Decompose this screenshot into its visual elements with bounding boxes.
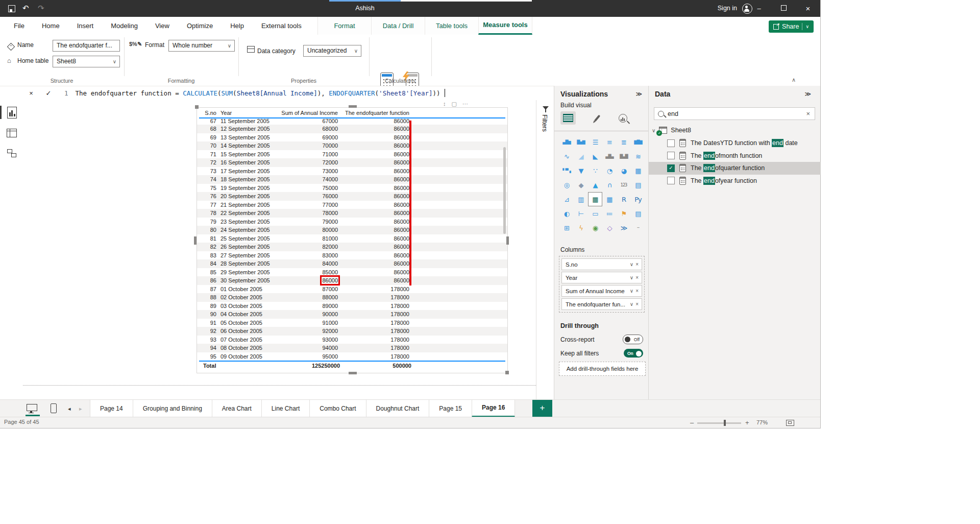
checkbox[interactable] (667, 152, 675, 159)
analytics-tab[interactable] (619, 114, 627, 123)
collapse-pane-icon[interactable]: ≫ (804, 90, 811, 98)
data-category-select[interactable]: Uncategorized∨ (303, 45, 361, 57)
data-field-item[interactable]: The endofmonth function (649, 150, 821, 162)
table-row[interactable]: 8226 September 20058200086000 (197, 243, 507, 251)
decomposition-tree-icon[interactable]: ⊢ (574, 206, 588, 221)
keep-all-filters-toggle[interactable]: On (624, 349, 643, 358)
card-icon[interactable]: 123 (617, 178, 631, 192)
table-row[interactable]: 8428 September 20058400086000 (197, 259, 507, 268)
filters-pane-collapsed[interactable]: Filters (536, 100, 554, 399)
minimize-button[interactable]: – (747, 0, 771, 17)
smart-narrative-icon[interactable]: ≔ (602, 206, 617, 221)
quick-lightning-visual-icon[interactable]: ϟ (574, 221, 588, 235)
table-row[interactable]: 7216 September 20057200086000 (197, 158, 507, 167)
clustered-column-chart-icon[interactable]: █▅▇ (574, 135, 588, 149)
collapse-ribbon-chevron-icon[interactable]: ∧ (792, 77, 796, 83)
cancel-formula-button[interactable]: × (24, 86, 38, 101)
focus-mode-icon[interactable]: ▢ (452, 101, 457, 107)
treemap-icon[interactable]: ▦ (631, 163, 645, 178)
python-visual-icon[interactable]: Py (631, 192, 645, 206)
table-row[interactable]: 6812 September 20056800086000 (197, 125, 507, 133)
table-row[interactable]: 8802 October 200588000178000 (197, 293, 507, 302)
table-row[interactable]: 7014 September 20057000086000 (197, 141, 507, 150)
resize-handle-left[interactable] (194, 236, 197, 245)
resize-handle-right[interactable] (506, 236, 509, 245)
report-view-button[interactable] (5, 105, 19, 120)
zoom-slider[interactable] (697, 422, 741, 424)
ribbon-tab-help[interactable]: Help (222, 17, 253, 35)
table-row[interactable]: 9105 October 200591000178000 (197, 319, 507, 327)
zoom-slider-thumb[interactable] (724, 420, 726, 426)
table-row[interactable]: 8630 September 20058600086000 (197, 276, 507, 285)
home-table-select[interactable]: Sheet8∨ (53, 56, 120, 67)
collapse-pane-icon[interactable]: ≫ (635, 90, 642, 98)
table-visual[interactable]: S.noYearSum of Annual IncomeThe endofqua… (197, 107, 508, 373)
page-tab-line-chart[interactable]: Line Chart (261, 400, 309, 417)
table-row[interactable]: 7822 September 20057800086000 (197, 209, 507, 218)
format-visual-tab[interactable] (596, 114, 598, 122)
funnel-chart-icon[interactable]: ▼ (574, 163, 588, 178)
table-row[interactable]: 9206 October 200592000178000 (197, 327, 507, 336)
column-header[interactable]: Sum of Annual Income (277, 110, 338, 116)
mobile-view-icon[interactable] (51, 403, 57, 413)
table-row[interactable]: 8903 October 200589000178000 (197, 302, 507, 311)
column-header[interactable]: The endofquarter function (338, 110, 409, 116)
goals-icon[interactable]: ⚑ (617, 206, 631, 221)
page-tab-page-14[interactable]: Page 14 (90, 400, 133, 417)
pie-chart-icon[interactable]: ◔ (602, 163, 617, 178)
line-chart-icon[interactable]: ∿ (559, 149, 574, 163)
zoom-out-button[interactable]: – (690, 419, 694, 426)
ribbon-tab-home[interactable]: Home (33, 17, 68, 35)
power-automate-icon[interactable]: ≫ (617, 221, 631, 235)
share-chevron-down-icon[interactable]: ∨ (805, 24, 809, 29)
model-view-button[interactable] (5, 146, 19, 160)
page-tab-area-chart[interactable]: Area Chart (212, 400, 261, 417)
power-apps-icon[interactable]: ◇ (602, 221, 617, 235)
hundred-stacked-bar-chart-icon[interactable]: ≣ (617, 135, 631, 149)
field-well[interactable]: S.no∨× (561, 258, 642, 270)
filled-map-icon[interactable]: ◆ (574, 178, 588, 192)
table-row[interactable]: 9004 October 200590000178000 (197, 310, 507, 319)
desktop-view-icon[interactable] (27, 404, 37, 411)
stacked-area-chart-icon[interactable]: ◣ (588, 149, 602, 163)
data-field-item[interactable]: The DatesYTD function with end date (649, 137, 821, 150)
line-and-stacked-column-chart-icon[interactable]: ▄█▄ (602, 149, 617, 163)
table-row[interactable]: 8024 September 20058000086000 (197, 226, 507, 234)
next-page-arrow-icon[interactable]: ▸ (79, 400, 82, 417)
table-row[interactable]: 7418 September 20057400086000 (197, 175, 507, 184)
table-row[interactable]: 7923 September 20057900086000 (197, 218, 507, 226)
maximize-button[interactable] (771, 0, 796, 17)
resize-handle-bottom-right[interactable] (505, 371, 509, 374)
format-select[interactable]: Whole number∨ (168, 40, 235, 52)
table-view-button[interactable] (5, 126, 19, 140)
page-tab-page-16[interactable]: Page 16 (472, 400, 515, 417)
table-row[interactable]: 6913 September 20056900086000 (197, 133, 507, 142)
ribbon-tab-measure-tools[interactable]: Measure tools (478, 17, 532, 35)
table-row[interactable]: 7519 September 20057500086000 (197, 184, 507, 193)
table-row[interactable]: 8327 September 20058300086000 (197, 251, 507, 260)
resize-handle-top-left[interactable] (195, 105, 199, 109)
checkbox[interactable] (667, 139, 675, 147)
matrix-icon[interactable]: ▦ (602, 192, 617, 206)
hundred-stacked-column-chart-icon[interactable]: ▇█▇ (631, 135, 645, 149)
fit-to-page-icon[interactable] (786, 420, 794, 426)
line-and-clustered-column-chart-icon[interactable]: █▄█ (617, 149, 631, 163)
share-button[interactable]: ↗ Share ∨ (769, 20, 814, 33)
stacked-bar-chart-icon[interactable]: ▄█▆ (559, 135, 574, 149)
close-button[interactable]: × (796, 0, 820, 17)
column-header[interactable]: Year (216, 110, 277, 116)
table-tree-node[interactable]: ∨ Sheet8 (652, 127, 691, 134)
azure-map-icon[interactable]: ▲ (588, 178, 602, 192)
checkbox[interactable] (667, 177, 675, 184)
field-well[interactable]: Year∨× (561, 272, 642, 283)
checkbox[interactable]: ✓ (667, 164, 675, 172)
page-tab-combo-chart[interactable]: Combo Chart (309, 400, 365, 417)
build-visual-tab[interactable] (560, 111, 576, 125)
donut-chart-icon[interactable]: ◕ (617, 163, 631, 178)
kpi-icon[interactable]: ⊿ (559, 192, 574, 206)
search-input[interactable]: end (668, 110, 806, 117)
new-page-button[interactable]: + (532, 400, 552, 417)
more-options-icon[interactable]: ⋯ (462, 101, 468, 107)
waterfall-chart-icon[interactable]: ▘▀▗ (559, 163, 574, 178)
table-row[interactable]: 7721 September 20057700086000 (197, 201, 507, 209)
